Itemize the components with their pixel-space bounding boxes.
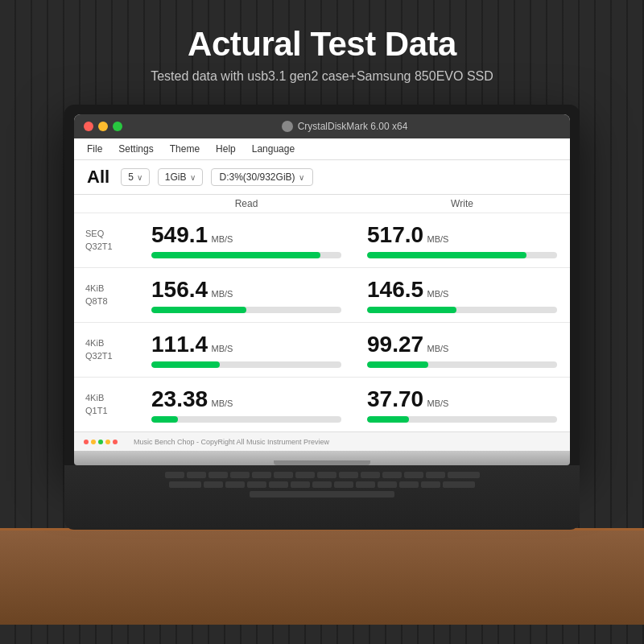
row-label-line1: 4KiB (85, 337, 138, 349)
spacebar[interactable] (250, 491, 394, 497)
key[interactable] (230, 472, 250, 478)
size-dropdown-arrow: ∨ (190, 173, 196, 182)
status-dots (84, 440, 118, 444)
key[interactable] (443, 481, 475, 488)
read-col: 23.38 MB/S (138, 387, 354, 423)
traffic-lights (84, 122, 122, 131)
read-progress-bg (151, 252, 341, 258)
menu-theme[interactable]: Theme (170, 143, 200, 155)
key[interactable] (426, 472, 445, 478)
key[interactable] (448, 472, 480, 478)
status-dot-1 (84, 440, 89, 444)
read-speed: 156.4 MB/S (151, 278, 341, 303)
table-row: 4KiB Q32T1 111.4 MB/S 99.27 MB/S (74, 322, 570, 377)
write-speed: 146.5 MB/S (367, 278, 557, 303)
read-speed: 23.38 MB/S (151, 387, 341, 412)
key[interactable] (356, 481, 375, 488)
read-speed: 549.1 MB/S (151, 223, 341, 248)
app-title: CrystalDiskMark 6.00 x64 (298, 121, 408, 132)
key-row-1 (80, 472, 564, 478)
read-speed: 111.4 MB/S (151, 332, 341, 357)
key[interactable] (361, 472, 380, 478)
key[interactable] (269, 481, 288, 488)
row-label-line2: Q8T8 (85, 295, 138, 308)
write-progress-fill (367, 361, 428, 368)
write-col: 146.5 MB/S (354, 278, 570, 313)
row-label-line2: Q1T1 (85, 405, 138, 417)
write-header: Write (354, 198, 570, 209)
key[interactable] (382, 472, 402, 478)
size-dropdown[interactable]: 1GiB ∨ (158, 168, 203, 186)
key[interactable] (334, 481, 353, 488)
menu-bar: File Settings Theme Help Language (74, 138, 570, 160)
write-progress-bg (367, 416, 557, 423)
benchmark-table: SEQ Q32T1 549.1 MB/S 517.0 MB/S 4KiB Q8T… (74, 213, 570, 431)
laptop-base (74, 451, 570, 465)
key[interactable] (317, 472, 336, 478)
page-subtitle: Tested data with usb3.1 gen2 case+Samsun… (151, 69, 493, 84)
key[interactable] (399, 481, 419, 488)
menu-settings[interactable]: Settings (118, 143, 153, 155)
read-progress-bg (151, 307, 341, 313)
minimize-button[interactable] (98, 122, 108, 131)
row-label: SEQ Q32T1 (74, 228, 138, 253)
write-progress-fill (367, 252, 526, 258)
title-bar: CrystalDiskMark 6.00 x64 (74, 114, 570, 138)
read-progress-fill (151, 252, 320, 258)
disk-value: D:3%(30/932GiB) (220, 171, 295, 183)
count-dropdown-arrow: ∨ (137, 173, 142, 182)
key[interactable] (295, 472, 315, 478)
row-label-line1: 4KiB (85, 283, 138, 295)
maximize-button[interactable] (113, 122, 122, 131)
key[interactable] (225, 481, 245, 488)
row-label: 4KiB Q8T8 (74, 283, 138, 308)
key[interactable] (252, 472, 271, 478)
row-label-line2: Q32T1 (85, 241, 138, 253)
menu-help[interactable]: Help (216, 143, 236, 155)
write-speed: 99.27 MB/S (367, 332, 557, 357)
disk-dropdown-arrow: ∨ (299, 173, 304, 182)
key[interactable] (165, 472, 184, 478)
table-row: SEQ Q32T1 549.1 MB/S 517.0 MB/S (74, 213, 570, 267)
count-value: 5 (128, 171, 134, 183)
keyboard-area (64, 465, 580, 530)
key[interactable] (339, 472, 358, 478)
row-label: 4KiB Q1T1 (74, 392, 138, 417)
menu-language[interactable]: Language (252, 143, 295, 155)
key[interactable] (247, 481, 266, 488)
write-col: 517.0 MB/S (354, 223, 570, 258)
count-dropdown[interactable]: 5 ∨ (121, 168, 150, 186)
key[interactable] (291, 481, 310, 488)
read-progress-fill (151, 416, 178, 423)
key[interactable] (421, 481, 440, 488)
key[interactable] (187, 472, 206, 478)
write-progress-fill (367, 416, 409, 423)
key[interactable] (404, 472, 423, 478)
status-dot-2 (91, 440, 96, 444)
disk-dropdown[interactable]: D:3%(30/932GiB) ∨ (211, 168, 313, 186)
read-col: 156.4 MB/S (138, 278, 354, 313)
key[interactable] (204, 481, 223, 488)
size-value: 1GiB (165, 171, 187, 183)
key[interactable] (312, 481, 332, 488)
app-window: CrystalDiskMark 6.00 x64 File Settings T… (74, 114, 570, 451)
status-dot-4 (105, 440, 110, 444)
write-progress-bg (367, 307, 557, 313)
read-col: 111.4 MB/S (138, 332, 354, 368)
key[interactable] (169, 481, 201, 488)
key[interactable] (274, 472, 293, 478)
key[interactable] (208, 472, 228, 478)
close-button[interactable] (84, 122, 93, 131)
write-speed: 37.70 MB/S (367, 387, 557, 412)
status-dot-3 (98, 440, 103, 444)
row-label-line2: Q32T1 (85, 350, 138, 362)
table-row: 4KiB Q8T8 156.4 MB/S 146.5 MB/S (74, 267, 570, 322)
menu-file[interactable]: File (87, 143, 102, 155)
status-bar: Music Bench Chop - CopyRight All Music I… (74, 431, 570, 451)
status-text: Music Bench Chop - CopyRight All Music I… (134, 438, 329, 446)
read-progress-fill (151, 307, 246, 313)
key[interactable] (378, 481, 397, 488)
write-progress-bg (367, 361, 557, 368)
read-progress-fill (151, 361, 220, 368)
write-speed: 517.0 MB/S (367, 223, 557, 248)
